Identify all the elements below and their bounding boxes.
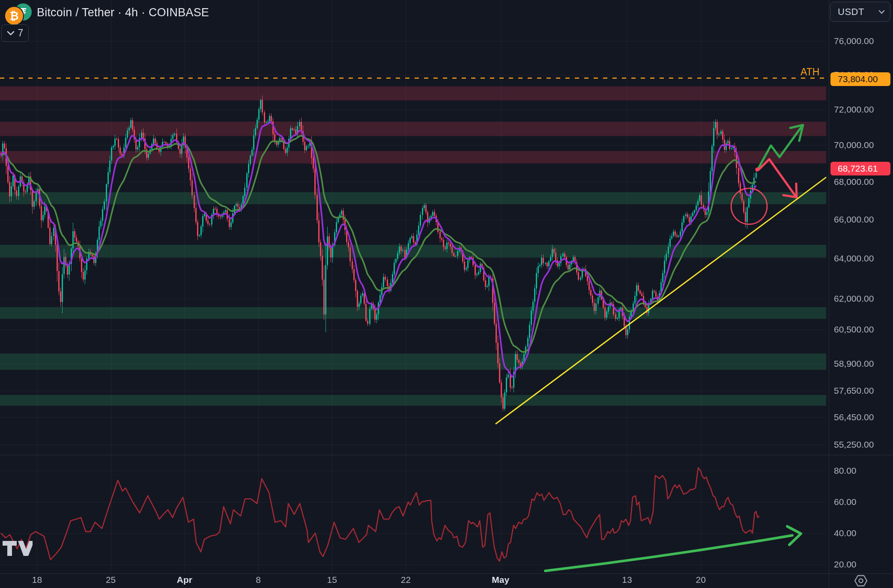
time-tick-label: 22 <box>401 575 411 585</box>
indicator-tick-label: 20.00 <box>834 559 857 570</box>
price-tick-label: 60,500.00 <box>834 324 874 335</box>
time-tick-label: 8 <box>256 575 261 585</box>
chevron-down-icon <box>878 10 885 14</box>
indicator-tick-label: 60.00 <box>834 497 857 507</box>
time-tick-label: 13 <box>622 575 632 585</box>
symbol-header: ₮ ₿ Bitcoin / Tether · 4h · COINBASE <box>4 3 209 22</box>
price-tick-label: 57,650.00 <box>834 386 874 396</box>
time-tick-label: 18 <box>32 575 42 585</box>
price-tick-label: 76,000.00 <box>834 36 874 46</box>
chevron-down-icon <box>7 31 15 36</box>
price-tick-label: 64,000.00 <box>834 253 874 264</box>
last-price-badge: 68,723.61 <box>830 162 890 175</box>
time-tick-label: 20 <box>696 575 706 585</box>
hidden-indicator-count: 7 <box>18 27 24 39</box>
price-tick-label: 56,450.00 <box>834 412 874 422</box>
price-tick-label: 70,000.00 <box>834 140 874 150</box>
symbol-title[interactable]: Bitcoin / Tether · 4h · COINBASE <box>37 6 209 19</box>
tradingview-chart-window: { "header": { "title": "Bitcoin / Tether… <box>0 0 893 588</box>
tradingview-logo[interactable] <box>3 540 33 559</box>
symbol-icon-pair: ₮ ₿ <box>4 3 31 22</box>
indicator-tick-label: 40.00 <box>834 528 857 538</box>
time-tick-label: 15 <box>327 575 337 585</box>
currency-dropdown-value: USDT <box>838 6 864 18</box>
price-tick-label: 66,000.00 <box>834 214 874 225</box>
price-tick-label: 68,000.00 <box>834 177 874 187</box>
price-scale-settings-icon[interactable] <box>854 574 868 588</box>
time-tick-label: May <box>492 575 509 585</box>
ath-label: ATH <box>800 66 819 78</box>
price-tick-label: 62,000.00 <box>834 294 874 304</box>
bitcoin-icon: ₿ <box>4 6 24 26</box>
time-tick-label: 25 <box>106 575 116 585</box>
price-tick-label: 58,900.00 <box>834 359 874 369</box>
indicators-collapsed-pill[interactable]: 7 <box>1 24 29 42</box>
price-tick-label: 72,000.00 <box>834 104 874 115</box>
price-tick-label: 55,250.00 <box>834 440 874 450</box>
ath-price-badge: 73,804.00 <box>830 72 890 86</box>
indicator-tick-label: 80.00 <box>834 466 857 476</box>
price-chart-canvas[interactable] <box>0 0 893 588</box>
time-tick-label: Apr <box>177 575 192 585</box>
currency-dropdown[interactable]: USDT <box>830 2 890 22</box>
